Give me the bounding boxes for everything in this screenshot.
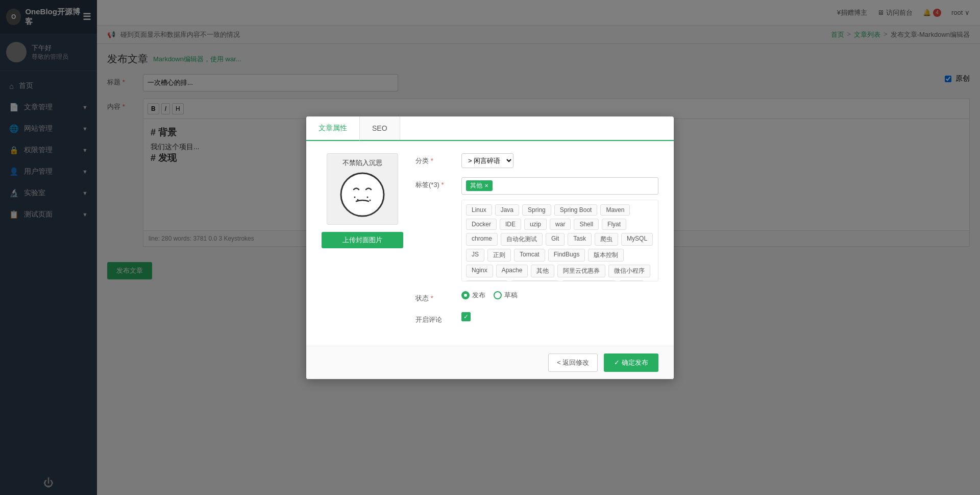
tag-apache[interactable]: Apache xyxy=(496,265,528,277)
tag-aliyun-coupon[interactable]: 阿里云优惠券 xyxy=(557,265,605,277)
tag-maven[interactable]: Maven xyxy=(600,204,630,216)
tag-nginx[interactable]: Nginx xyxy=(466,265,493,277)
tag-flyat[interactable]: Flyat xyxy=(602,219,626,230)
tag-versioncontrol[interactable]: 版本控制 xyxy=(588,249,624,262)
svg-point-1 xyxy=(354,197,356,198)
status-publish-radio[interactable] xyxy=(461,291,470,299)
tags-grid: Linux Java Spring Spring Boot Maven Dock… xyxy=(461,200,658,281)
status-field: 状态 * 发布 草稿 xyxy=(415,291,658,303)
tag-shell[interactable]: Shell xyxy=(574,219,599,230)
meme-container: 不禁陷入沉思 xyxy=(334,153,390,224)
tag-mysql[interactable]: MySQL xyxy=(621,233,653,246)
selected-tag-other: 其他 ✕ xyxy=(466,180,493,191)
comment-field: 开启评论 ✓ xyxy=(415,312,658,324)
category-label: 分类 * xyxy=(415,153,461,166)
status-label: 状态 * xyxy=(415,291,461,303)
status-draft-text: 草稿 xyxy=(504,291,518,300)
tags-label: 标签(*3) * xyxy=(415,177,461,190)
status-publish-label[interactable]: 发布 xyxy=(461,291,485,300)
status-options: 发布 草稿 xyxy=(461,291,518,300)
tag-java[interactable]: Java xyxy=(495,204,519,216)
tag-automation[interactable]: 自动化测试 xyxy=(501,233,543,246)
status-draft-radio[interactable] xyxy=(494,291,502,299)
tag-other[interactable]: 其他 xyxy=(531,265,554,277)
svg-point-2 xyxy=(357,199,359,201)
confirm-publish-button[interactable]: ✓ 确定发布 xyxy=(604,353,658,372)
modal-left: 不禁陷入沉思 xyxy=(322,153,403,334)
svg-point-3 xyxy=(367,197,369,198)
modal-tabs: 文章属性 SEO xyxy=(306,116,674,141)
tag-aliyun-activity[interactable]: 阿里云优惠活动 xyxy=(562,280,616,281)
tag-spring[interactable]: Spring xyxy=(522,204,551,216)
cover-preview: 不禁陷入沉思 xyxy=(327,153,398,225)
svg-point-0 xyxy=(341,173,384,216)
tag-chrome[interactable]: chrome xyxy=(466,233,498,246)
tag-linux[interactable]: Linux xyxy=(466,204,492,216)
article-properties-modal: 文章属性 SEO 不禁陷入沉思 xyxy=(306,116,674,379)
modal-body: 不禁陷入沉思 xyxy=(306,141,674,346)
tag-task[interactable]: Task xyxy=(568,233,592,246)
meme-text: 不禁陷入沉思 xyxy=(339,158,385,168)
category-dropdown[interactable]: > 闲言碎语 技术 生活 xyxy=(461,153,513,168)
category-field: 分类 * > 闲言碎语 技术 生活 xyxy=(415,153,658,168)
tag-war[interactable]: war xyxy=(550,219,571,230)
tag-js[interactable]: JS xyxy=(466,249,484,262)
remove-tag-other[interactable]: ✕ xyxy=(484,183,488,188)
tag-netease[interactable]: 网易云音乐 xyxy=(466,280,508,281)
tag-uzip[interactable]: uzip xyxy=(524,219,547,230)
tags-area: 其他 ✕ Linux Java Spring Spring Boot Maven… xyxy=(461,177,658,281)
modal-right: 分类 * > 闲言碎语 技术 生活 标签(*3) * xyxy=(415,153,658,334)
tag-wechat[interactable]: 微信小程序 xyxy=(608,265,650,277)
tags-field: 标签(*3) * 其他 ✕ Linux Java Spring Spri xyxy=(415,177,658,281)
modal-footer: < 返回修改 ✓ 确定发布 xyxy=(306,346,674,379)
tag-aliyun-server[interactable]: 阿里云服务器 xyxy=(511,280,559,281)
tag-tomcat[interactable]: Tomcat xyxy=(514,249,545,262)
tag-springboot[interactable]: Spring Boot xyxy=(554,204,598,216)
comment-checkbox[interactable]: ✓ xyxy=(461,312,471,321)
tag-regex[interactable]: 正则 xyxy=(487,249,511,262)
tag-docker[interactable]: Docker xyxy=(466,219,497,230)
status-draft-label[interactable]: 草稿 xyxy=(494,291,518,300)
tag-ztree[interactable]: ztree xyxy=(619,280,644,281)
comment-label: 开启评论 xyxy=(415,312,461,324)
tag-ide[interactable]: IDE xyxy=(500,219,521,230)
status-publish-text: 发布 xyxy=(472,291,485,300)
back-button[interactable]: < 返回修改 xyxy=(548,353,598,372)
tab-article-properties[interactable]: 文章属性 xyxy=(306,116,360,141)
svg-point-4 xyxy=(370,200,371,201)
tag-findbugs[interactable]: FindBugs xyxy=(548,249,585,262)
meme-face-svg xyxy=(339,172,385,218)
tags-selected: 其他 ✕ xyxy=(461,177,658,195)
tag-spider[interactable]: 爬虫 xyxy=(595,233,618,246)
category-select[interactable]: > 闲言碎语 技术 生活 xyxy=(461,153,513,168)
tag-git[interactable]: Git xyxy=(546,233,565,246)
upload-cover-button[interactable]: 上传封面图片 xyxy=(322,232,403,248)
tab-seo[interactable]: SEO xyxy=(360,116,400,140)
